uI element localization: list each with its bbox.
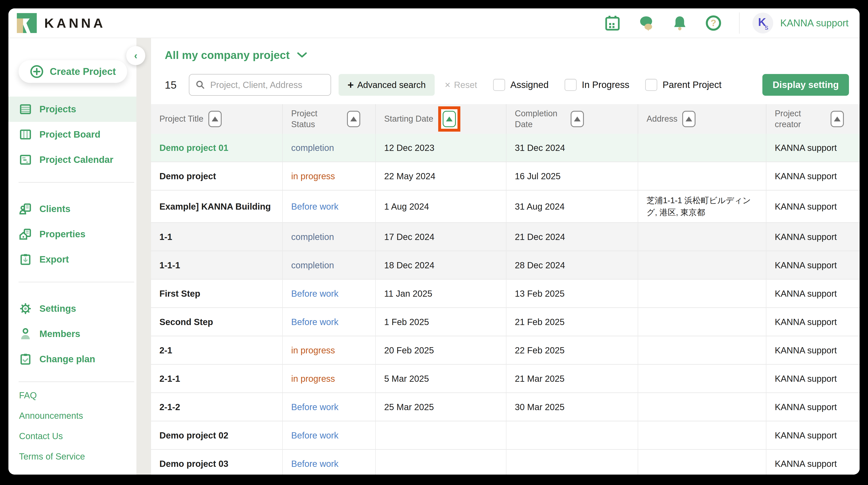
cell-project-title[interactable]: 2-1-2: [151, 393, 283, 421]
sidebar-item-settings[interactable]: Settings: [8, 296, 136, 321]
project-creator-sort-button[interactable]: [831, 111, 844, 127]
sidebar-item-properties[interactable]: Properties: [8, 222, 136, 247]
cell-project-creator: KANNA support: [766, 421, 860, 449]
cell-project-title[interactable]: Demo project 03: [151, 450, 283, 475]
annotation-highlight-box: [438, 106, 460, 132]
sidebar-item-label: Settings: [39, 303, 76, 314]
advanced-search-button[interactable]: + Advanced search: [339, 74, 434, 96]
display-setting-button[interactable]: Display setting: [763, 74, 849, 96]
sidebar-item-label: Properties: [39, 229, 86, 239]
cell-project-title[interactable]: 1-1: [151, 223, 283, 251]
app-window: KANNA: [8, 8, 860, 475]
avatar[interactable]: K s: [752, 12, 773, 33]
user-name[interactable]: KANNA support: [780, 18, 848, 29]
cell-project-title[interactable]: Second Step: [151, 308, 283, 336]
bell-icon[interactable]: [671, 15, 688, 31]
cell-project-creator: KANNA support: [766, 134, 860, 162]
project-title-sort-button[interactable]: [208, 111, 222, 127]
table-row[interactable]: First StepBefore work11 Jan 202513 Feb 2…: [151, 280, 860, 308]
sidebar-item-export[interactable]: Export: [8, 247, 136, 272]
cell-project-status: completion: [283, 223, 376, 251]
checkbox-box[interactable]: [565, 79, 577, 91]
cell-project-title[interactable]: Demo project: [151, 162, 283, 190]
link-terms-of-service[interactable]: Terms of Service: [8, 446, 136, 466]
address-sort-button[interactable]: [682, 111, 695, 127]
cell-project-status: in progress: [283, 162, 376, 190]
cell-completion-date: 22 Feb 2025: [506, 336, 638, 364]
cell-project-title[interactable]: 2-1-1: [151, 365, 283, 392]
reset-button[interactable]: × Reset: [445, 79, 477, 90]
sidebar-item-project-board[interactable]: Project Board: [8, 122, 136, 147]
starting-date-sort-button[interactable]: [443, 111, 456, 127]
column-header-address: Address: [638, 104, 766, 134]
cell-project-title[interactable]: Demo project 02: [151, 421, 283, 449]
calendar-icon[interactable]: [604, 15, 621, 31]
sidebar-footer-links: FAQ Announcements Contact Us Terms of Se…: [8, 385, 136, 466]
table-body: Demo project 01completion12 Dec 202331 D…: [151, 134, 860, 475]
checkbox-box[interactable]: [645, 79, 657, 91]
table-row[interactable]: Demo project 03Before workKANNA support: [151, 450, 860, 475]
table-row[interactable]: 2-1-2Before work25 Mar 202530 Mar 2025KA…: [151, 393, 860, 421]
sidebar-item-project-calendar[interactable]: Project Calendar: [8, 147, 136, 172]
sidebar-item-projects[interactable]: Projects: [8, 96, 136, 122]
table-row[interactable]: 1-1completion17 Dec 202421 Dec 2024KANNA…: [151, 223, 860, 251]
create-project-button[interactable]: Create Project: [19, 60, 127, 83]
checkbox-box[interactable]: [493, 79, 505, 91]
chat-icon[interactable]: [638, 15, 655, 31]
topbar: KANNA: [8, 8, 860, 38]
completion-date-sort-button[interactable]: [570, 111, 584, 127]
cell-starting-date: [376, 421, 506, 449]
cell-starting-date: 12 Dec 2023: [376, 134, 506, 162]
checkbox-parent-project[interactable]: Parent Project: [645, 79, 721, 91]
search-input[interactable]: [210, 80, 324, 90]
cell-completion-date: 30 Mar 2025: [506, 393, 638, 421]
column-label: Project Title: [159, 113, 204, 124]
cell-project-status: Before work: [283, 308, 376, 336]
projects-table: Project Title Project Status Starting Da…: [151, 104, 860, 475]
cell-address: [638, 223, 766, 251]
table-row[interactable]: 2-1-1in progress5 Mar 202521 Mar 2025KAN…: [151, 365, 860, 393]
cell-project-status: completion: [283, 134, 376, 162]
table-row[interactable]: Demo project 02Before workKANNA support: [151, 421, 860, 450]
checkbox-in-progress[interactable]: In Progress: [565, 79, 629, 91]
link-faq[interactable]: FAQ: [8, 385, 136, 405]
table-row[interactable]: 1-1-1completion18 Dec 202428 Dec 2024KAN…: [151, 251, 860, 280]
link-announcements[interactable]: Announcements: [8, 405, 136, 426]
cell-address: [638, 421, 766, 449]
cell-project-creator: KANNA support: [766, 308, 860, 336]
checkbox-assigned[interactable]: Assigned: [493, 79, 549, 91]
kanna-logo[interactable]: KANNA: [17, 13, 105, 33]
cell-project-title[interactable]: 1-1-1: [151, 251, 283, 279]
column-header-project-creator: Project creator: [766, 104, 860, 134]
cell-starting-date: 1 Aug 2024: [376, 191, 506, 222]
table-row[interactable]: 2-1in progress20 Feb 202522 Feb 2025KANN…: [151, 336, 860, 365]
table-row[interactable]: Example] KANNA BuildingBefore work1 Aug …: [151, 191, 860, 223]
cell-project-title[interactable]: First Step: [151, 280, 283, 307]
app-body: Create Project Projects Project Board: [8, 38, 860, 475]
cell-address: [638, 308, 766, 336]
table-row[interactable]: Demo projectin progress22 May 202416 Jul…: [151, 162, 860, 191]
cell-project-status: in progress: [283, 365, 376, 392]
table-row[interactable]: Demo project 01completion12 Dec 202331 D…: [151, 134, 860, 162]
sidebar-item-label: Members: [39, 329, 80, 339]
clients-icon: [19, 202, 32, 216]
cell-project-title[interactable]: Example] KANNA Building: [151, 191, 283, 222]
cell-starting-date: 18 Dec 2024: [376, 251, 506, 279]
sidebar-item-members[interactable]: Members: [8, 321, 136, 346]
cell-starting-date: 11 Jan 2025: [376, 280, 506, 307]
sidebar-collapse-button[interactable]: ‹: [126, 46, 145, 65]
project-status-sort-button[interactable]: [347, 111, 360, 127]
view-selector[interactable]: All my company project: [165, 49, 860, 62]
table-row[interactable]: Second StepBefore work1 Feb 202521 Feb 2…: [151, 308, 860, 336]
search-box[interactable]: [189, 74, 331, 96]
cell-address: [638, 280, 766, 307]
help-icon[interactable]: ?: [705, 15, 722, 31]
sidebar-item-clients[interactable]: Clients: [8, 196, 136, 222]
cell-project-title[interactable]: 2-1: [151, 336, 283, 364]
cell-completion-date: 16 Jul 2025: [506, 162, 638, 190]
link-contact-us[interactable]: Contact Us: [8, 426, 136, 446]
board-icon: [19, 128, 32, 141]
plus-circle-icon: [30, 65, 43, 79]
sidebar-item-change-plan[interactable]: Change plan: [8, 346, 136, 372]
cell-project-title[interactable]: Demo project 01: [151, 134, 283, 162]
